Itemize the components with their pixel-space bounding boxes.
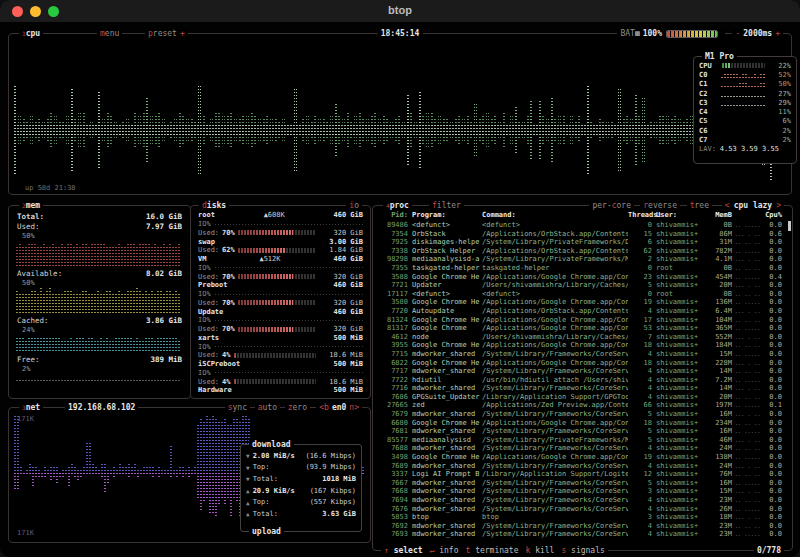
proc-command: /System/Library/PrivateFrameworks/Me xyxy=(482,436,628,445)
proc-pid: 7721 xyxy=(378,281,408,290)
col-pid[interactable]: Pid: xyxy=(378,211,408,219)
proc-row[interactable]: 81324Google Chrome He/Applications/Googl… xyxy=(373,316,792,325)
interval-plus[interactable]: + xyxy=(775,29,780,38)
filter-button[interactable]: filter xyxy=(429,201,464,210)
proc-command: /Applications/OrbStack.app/Contents/ xyxy=(482,247,628,256)
col-threads[interactable]: Threads: xyxy=(628,211,652,219)
reverse-toggle[interactable]: reverse xyxy=(640,201,680,210)
proc-command: /System/Library/Frameworks/CoreServi xyxy=(482,522,628,531)
tree-toggle[interactable]: tree xyxy=(687,201,712,210)
proc-command: /usr/bin/hdiutil attach /Users/shiva xyxy=(482,376,628,385)
proc-row[interactable]: 7668mdworker_shared/System/Library/Frame… xyxy=(373,487,792,496)
proc-cpu: 0.0 xyxy=(762,410,782,419)
proc-row[interactable]: 3498Google Chrome He/Applications/Google… xyxy=(373,453,792,462)
col-cpu[interactable]: Cpu% xyxy=(762,211,782,219)
iface-next-button[interactable]: n> xyxy=(349,403,359,412)
net-zero-toggle[interactable]: zero xyxy=(285,403,310,412)
disk-io-row: IO% xyxy=(192,369,369,378)
sort-prev-button[interactable]: < xyxy=(725,201,730,210)
proc-row[interactable]: 4612node/Users/shivammishra/Library/Cach… xyxy=(373,333,792,342)
proc-row[interactable]: 3588Google Chrome He/Applications/Google… xyxy=(373,273,792,282)
proc-row[interactable]: 7676mdworker_shared/System/Library/Frame… xyxy=(373,505,792,514)
terminate-key[interactable]: t terminate xyxy=(465,546,518,555)
mem-percent: 2% xyxy=(10,364,189,373)
proc-row[interactable]: 7717mdworker_shared/System/Library/Frame… xyxy=(373,367,792,376)
disk-io-row: IO% xyxy=(192,264,369,273)
proc-cpu: 0.0 xyxy=(762,419,782,428)
proc-row[interactable]: 7681mdworker_shared/System/Library/Frame… xyxy=(373,427,792,436)
proc-row[interactable]: 6822Google Chrome He/Applications/Google… xyxy=(373,359,792,368)
proc-row[interactable]: 7688mdworker_shared/System/Library/Frame… xyxy=(373,444,792,453)
proc-program: mdworker_shared xyxy=(412,462,482,471)
select-key[interactable]: ↑ select xyxy=(384,546,423,555)
io-mode-toggle[interactable]: io xyxy=(346,201,362,210)
mem-section-label: Free:389 MiB xyxy=(10,354,189,364)
proc-cpu-spark: .. ..... xyxy=(732,453,762,462)
sort-next-button[interactable]: > xyxy=(776,201,781,210)
proc-row[interactable]: 7715mdworker_shared/System/Library/Frame… xyxy=(373,350,792,359)
proc-row[interactable]: 7720Autoupdate/Applications/OrbStack.app… xyxy=(373,307,792,316)
proc-row[interactable]: 5853btopbtop3shivammis+18M... . ..0.0 xyxy=(373,513,792,522)
proc-threads: 4 xyxy=(628,350,652,359)
proc-cpu: 0.4 xyxy=(762,273,782,282)
net-sync-toggle[interactable]: sync xyxy=(225,403,250,412)
col-user[interactable]: User: xyxy=(656,211,704,219)
preset-plus[interactable]: + xyxy=(180,29,185,38)
proc-row[interactable]: 27665zed/Applications/Zed Preview.app/Co… xyxy=(373,401,792,410)
proc-cpu: 0.0 xyxy=(762,359,782,368)
proc-row[interactable]: 3337Logi AI Prompt B/Library/Application… xyxy=(373,470,792,479)
proc-row[interactable]: 98298mediaanalysisd-a/System/Library/Pri… xyxy=(373,255,792,264)
proc-user: shivammis+ xyxy=(656,307,704,316)
proc-user: shivammis+ xyxy=(656,436,704,445)
proc-user: shivammis+ xyxy=(656,427,704,436)
proc-row[interactable]: 17117<defunct><defunct>0root0B.. .. ..0.… xyxy=(373,290,792,299)
cpu-total-row: CPU 22% xyxy=(695,61,795,70)
proc-pid: 81324 xyxy=(378,316,408,325)
proc-row[interactable]: 7693mdworker_shared/System/Library/Frame… xyxy=(373,530,792,539)
core-label: C4 xyxy=(699,108,719,116)
proc-row[interactable]: 7694mdworker_shared/System/Library/Frame… xyxy=(373,496,792,505)
col-command[interactable]: Command: xyxy=(482,211,628,219)
interval-minus[interactable]: - xyxy=(735,29,740,38)
disk-used-size: 320 GiB xyxy=(319,229,363,237)
preset-button[interactable]: preset + xyxy=(145,29,188,38)
proc-row[interactable]: 7689mdworker_shared/System/Library/Frame… xyxy=(373,462,792,471)
proc-row[interactable]: 3580Google Chrome He/Applications/Google… xyxy=(373,298,792,307)
col-mem[interactable]: MemB xyxy=(704,211,732,219)
proc-threads: 18 xyxy=(628,419,652,428)
proc-row[interactable]: 89486<defunct><defunct>0shivammis+0B.. .… xyxy=(373,221,792,230)
proc-row[interactable]: 7354OrbStack/Applications/OrbStack.app/C… xyxy=(373,230,792,239)
proc-row[interactable]: 7716mdworker_shared/System/Library/Frame… xyxy=(373,384,792,393)
proc-row[interactable]: 7679mdworker_shared/System/Library/Frame… xyxy=(373,410,792,419)
proc-row[interactable]: 85577mediaanalysisd/System/Library/Priva… xyxy=(373,436,792,445)
iface-prev-button[interactable]: <b xyxy=(319,403,329,412)
menu-button[interactable]: menu xyxy=(97,29,122,38)
proc-row[interactable]: 6680Google Chrome He/Applications/Google… xyxy=(373,419,792,428)
disk-used-meter xyxy=(234,353,316,358)
col-program[interactable]: Program: xyxy=(412,211,482,219)
info-key[interactable]: ↵ info xyxy=(430,546,459,555)
proc-row[interactable]: 7692mdworker_shared/System/Library/Frame… xyxy=(373,522,792,531)
proc-cpu-spark: .. .. .. xyxy=(732,470,762,479)
percore-toggle[interactable]: per-core xyxy=(589,201,634,210)
proc-threads: 4 xyxy=(628,462,652,471)
proc-mem: 46M xyxy=(704,436,732,445)
signals-key[interactable]: s signals xyxy=(561,546,604,555)
proc-scrollbar[interactable] xyxy=(788,221,791,231)
net-auto-toggle[interactable]: auto xyxy=(255,403,280,412)
proc-row[interactable]: 3955Google Chrome He/Applications/Google… xyxy=(373,341,792,350)
proc-row[interactable]: 7355taskgated-helpertaskgated-helper0roo… xyxy=(373,264,792,273)
proc-row[interactable]: 7667mdworker_shared/System/Library/Frame… xyxy=(373,479,792,488)
disk-rows: root▲608K460 GiBIO%Used:70%320 GiBswap3.… xyxy=(192,211,369,396)
proc-row[interactable]: 7338OrbStack Helper/Applications/OrbStac… xyxy=(373,247,792,256)
proc-pid: 5853 xyxy=(378,513,408,522)
proc-pid: 7693 xyxy=(378,530,408,539)
proc-row[interactable]: 81317Google Chrome/Applications/Google C… xyxy=(373,324,792,333)
proc-row[interactable]: 7722hdiutil/usr/bin/hdiutil attach /User… xyxy=(373,376,792,385)
preset-label: reset xyxy=(153,29,177,38)
proc-row[interactable]: 7925diskimages-helpe/System/Library/Priv… xyxy=(373,238,792,247)
proc-cpu: 0.0 xyxy=(762,350,782,359)
proc-row[interactable]: 7686GPGSuite_Updater/Library/Application… xyxy=(373,393,792,402)
kill-key[interactable]: k kill xyxy=(526,546,555,555)
proc-row[interactable]: 7721Updater/Users/shivammishra/Library/C… xyxy=(373,281,792,290)
